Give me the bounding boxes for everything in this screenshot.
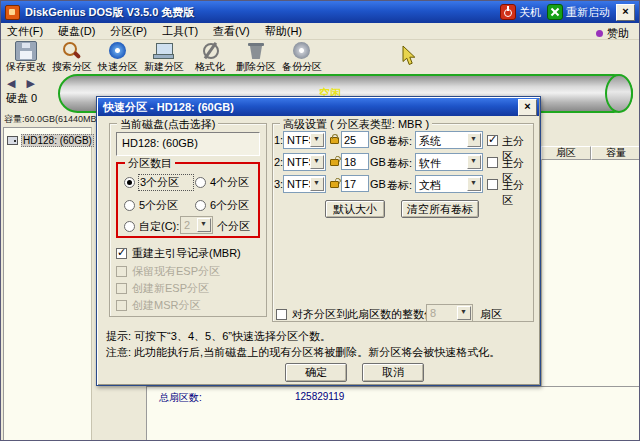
- partition-row-3: 3: NTFS GB 卷标: 文档 主分区: [273, 175, 533, 193]
- restart-button[interactable]: 重新启动: [547, 4, 610, 20]
- sponsor-dot-icon: [596, 30, 603, 37]
- advanced-settings-group: 高级设置 ( 分区表类型: MBR ) 1: NTFS GB 卷标: 系统 主分…: [272, 123, 534, 322]
- align-unit-label: 扇区: [480, 307, 502, 322]
- volume-select-2[interactable]: 软件: [415, 153, 483, 171]
- current-disk-item[interactable]: HD128: (60GB): [122, 137, 198, 149]
- disk-label: 硬盘 0: [6, 91, 37, 106]
- radio-6-partitions[interactable]: 6个分区: [195, 198, 249, 213]
- capacity-label: 容量:60.0GB(61440MB): [4, 113, 100, 126]
- drive-icon: [7, 136, 18, 145]
- column-header-sectors: 扇区: [541, 146, 591, 160]
- app-icon: [5, 5, 20, 20]
- fs-select-3[interactable]: NTFS: [283, 175, 326, 193]
- menu-disk[interactable]: 硬盘(D): [58, 24, 95, 39]
- total-sectors-value: 125829119: [295, 391, 344, 402]
- default-size-button[interactable]: 默认大小: [325, 200, 385, 218]
- fs-select-1[interactable]: NTFS: [283, 131, 326, 149]
- tree-item-hd128[interactable]: HD128: (60GB): [7, 134, 94, 147]
- dialog-title: 快速分区 - HD128: (60GB): [103, 100, 234, 115]
- volume-select-3[interactable]: 文档: [415, 175, 483, 193]
- menu-view[interactable]: 查看(V): [213, 24, 250, 39]
- lock-open-icon[interactable]: [330, 181, 339, 188]
- chevron-down-icon: [467, 177, 481, 191]
- lock-open-icon[interactable]: [330, 159, 339, 166]
- shutdown-button[interactable]: 关机: [500, 4, 541, 20]
- radio-custom-partitions[interactable]: 自定(C):: [124, 219, 179, 234]
- quick-partition-button[interactable]: 快速分区: [95, 40, 141, 74]
- toolbar: 保存更改 搜索分区 快速分区 新建分区 格式化 删除分区 备份分区: [1, 40, 640, 74]
- chevron-down-icon: [457, 306, 471, 320]
- radio-5-partitions[interactable]: 5个分区: [124, 198, 178, 213]
- format-icon: [199, 41, 221, 61]
- save-icon: [15, 41, 37, 61]
- custom-count-suffix: 个分区: [217, 219, 250, 234]
- chevron-down-icon: [467, 133, 481, 147]
- window-close-icon[interactable]: [616, 4, 635, 21]
- radio-3-partitions[interactable]: 3个分区: [124, 175, 193, 190]
- keep-esp-checkbox: 保留现有ESP分区: [116, 264, 220, 279]
- menu-partition[interactable]: 分区(P): [110, 24, 147, 39]
- create-msr-checkbox: 创建MSR分区: [116, 298, 200, 313]
- backup-partition-button[interactable]: 备份分区: [279, 40, 325, 74]
- delete-partition-button[interactable]: 删除分区: [233, 40, 279, 74]
- menu-file[interactable]: 文件(F): [7, 24, 43, 39]
- window-title: DiskGenius DOS版 V3.5.0 免费版: [25, 5, 194, 20]
- radio-icon: [124, 200, 135, 211]
- checkbox-icon: [116, 248, 127, 259]
- clear-labels-button[interactable]: 清空所有卷标: [401, 200, 479, 218]
- checkbox-icon: [276, 309, 287, 320]
- disk-bar-cap: [605, 74, 633, 113]
- save-changes-button[interactable]: 保存更改: [3, 40, 49, 74]
- size-input-1[interactable]: [341, 131, 369, 148]
- partition-count-group-label: 分区数目: [125, 156, 175, 171]
- checkbox-icon: [116, 300, 127, 311]
- lock-closed-icon[interactable]: [330, 137, 339, 144]
- primary-checkbox-1[interactable]: [487, 135, 498, 146]
- dialog-close-icon[interactable]: [518, 99, 537, 116]
- quick-partition-dialog: 快速分区 - HD128: (60GB) 当前磁盘(点击选择) HD128: (…: [96, 96, 541, 386]
- column-header-capacity: 容量: [591, 146, 640, 160]
- align-sectors-checkbox[interactable]: 对齐分区到此扇区数的整数倍:: [276, 307, 438, 322]
- new-partition-button[interactable]: 新建分区: [141, 40, 187, 74]
- checkbox-icon: [116, 266, 127, 277]
- volume-select-1[interactable]: 系统: [415, 131, 483, 149]
- menu-bar: 文件(F) 硬盘(D) 分区(P) 工具(T) 查看(V) 帮助(H): [1, 23, 640, 40]
- mouse-cursor-icon: [402, 45, 416, 66]
- chevron-down-icon: [197, 218, 211, 232]
- cancel-button[interactable]: 取消: [362, 363, 424, 382]
- fs-select-2[interactable]: NTFS: [283, 153, 326, 171]
- radio-icon: [124, 177, 135, 188]
- size-input-2[interactable]: [341, 153, 369, 170]
- disk-tree-panel: HD128: (60GB): [3, 127, 92, 441]
- table-header-row: 扇区 容量: [541, 146, 640, 160]
- trash-icon: [245, 41, 267, 61]
- chevron-down-icon: [310, 133, 324, 147]
- partition-row-2: 2: NTFS GB 卷标: 软件 主分区: [273, 153, 533, 171]
- quick-partition-icon: [107, 41, 129, 61]
- sponsor-link[interactable]: 赞助: [596, 26, 629, 41]
- menu-tools[interactable]: 工具(T): [162, 24, 198, 39]
- advanced-group-label: 高级设置 ( 分区表类型: MBR ): [280, 117, 432, 132]
- primary-checkbox-3[interactable]: [487, 179, 498, 190]
- menu-help[interactable]: 帮助(H): [265, 24, 302, 39]
- ok-button[interactable]: 确定: [285, 363, 347, 382]
- create-esp-checkbox: 创建新ESP分区: [116, 281, 209, 296]
- nav-arrows[interactable]: ◀ ▶: [7, 77, 39, 90]
- size-input-3[interactable]: [341, 175, 369, 192]
- primary-checkbox-2[interactable]: [487, 157, 498, 168]
- backup-icon: [291, 41, 313, 61]
- diskgenius-window: DiskGenius DOS版 V3.5.0 免费版 关机 重新启动 文件(F)…: [0, 0, 640, 441]
- title-bar: DiskGenius DOS版 V3.5.0 免费版 关机 重新启动: [1, 1, 640, 23]
- rebuild-mbr-checkbox[interactable]: 重建主引导记录(MBR): [116, 246, 241, 261]
- new-partition-icon: [153, 41, 175, 61]
- custom-count-select: 2: [180, 216, 213, 234]
- current-disk-listbox[interactable]: HD128: (60GB): [116, 132, 260, 156]
- radio-4-partitions[interactable]: 4个分区: [195, 175, 249, 190]
- format-button[interactable]: 格式化: [187, 40, 233, 74]
- restart-label: 重新启动: [566, 5, 610, 20]
- checkbox-icon: [116, 283, 127, 294]
- search-icon: [61, 41, 83, 61]
- search-partition-button[interactable]: 搜索分区: [49, 40, 95, 74]
- chevron-down-icon: [310, 155, 324, 169]
- power-icon: [500, 4, 516, 20]
